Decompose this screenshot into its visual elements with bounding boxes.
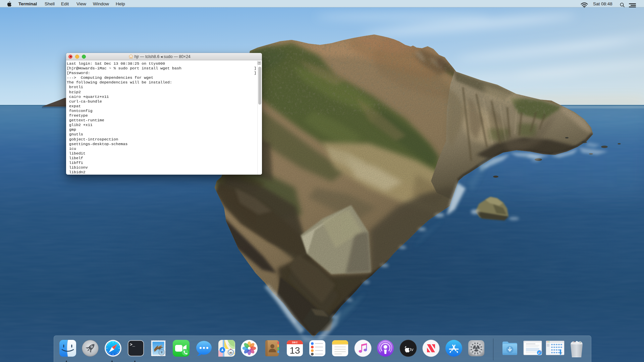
svg-text:13: 13 — [289, 345, 300, 356]
svg-text:DEC: DEC — [292, 341, 298, 344]
svg-text:tv: tv — [410, 347, 414, 352]
svg-text:>_: >_ — [130, 342, 135, 347]
svg-text:3D: 3D — [229, 351, 232, 354]
